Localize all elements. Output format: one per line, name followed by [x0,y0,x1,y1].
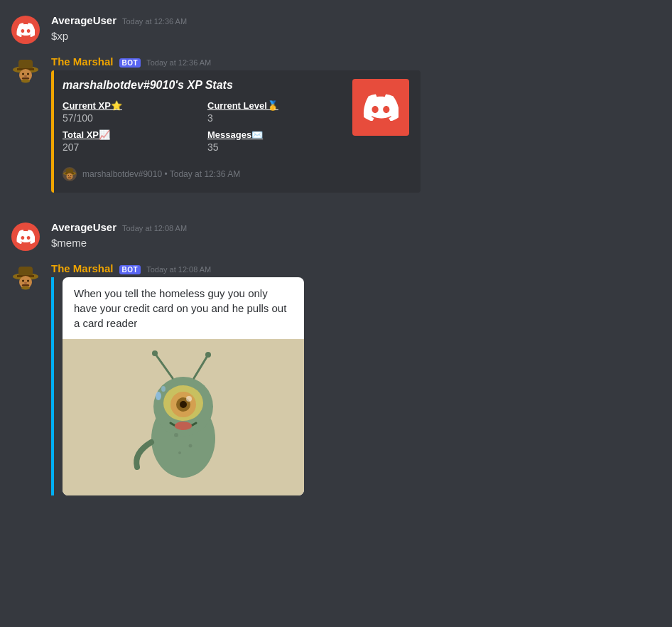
avatar [11,16,40,44]
message-content: AverageUser Today at 12:08 AM $meme [51,221,661,251]
embed-field: Current XP⭐ 57/100 [63,100,196,124]
embed-field-value: 57/100 [63,112,196,124]
svg-point-22 [27,280,29,282]
avatar [11,223,40,251]
embed-footer-timestamp: Today at 12:36 AM [170,169,240,179]
embed-footer-avatar-icon [63,167,77,181]
embed-field: Total XP📈 207 [63,129,196,153]
discord-icon [16,230,35,244]
svg-rect-24 [22,284,29,286]
embed-footer: marshalbotdev#9010 • Today at 12:36 AM [63,161,409,181]
message-header: AverageUser Today at 12:08 AM [51,221,661,233]
message-header: The Marshal BOT Today at 12:08 AM [51,262,661,274]
xp-embed: marshalbotdev#9010's XP Stats Current XP… [51,70,421,193]
message-group: AverageUser Today at 12:36 AM $xp [0,11,672,47]
username: AverageUser [51,14,116,26]
embed-field: Current Level🥇 3 [207,100,341,124]
marshal-avatar-icon [11,264,40,292]
embed-field-label: Current XP⭐ [63,100,196,111]
svg-point-42 [156,392,161,400]
embed-title: marshalbotdev#9010's XP Stats [63,79,341,92]
svg-point-37 [205,352,211,358]
embed-field-value: 35 [207,141,341,153]
marshal-avatar-icon [11,57,40,85]
message-header: AverageUser Today at 12:36 AM [51,14,661,26]
bot-badge: BOT [119,265,141,274]
embed-field-value: 3 [207,112,341,124]
avatar [11,57,40,85]
timestamp: Today at 12:08 AM [146,265,211,274]
embed-thumbnail [352,79,409,136]
svg-point-40 [189,444,193,448]
message-group: The Marshal BOT Today at 12:08 AM When y… [0,259,672,498]
svg-point-38 [175,422,192,430]
svg-point-25 [21,286,30,290]
svg-point-15 [69,176,70,177]
message-group: AverageUser Today at 12:08 AM $meme [0,218,672,254]
embed-field-value: 207 [63,141,196,153]
messages-container: AverageUser Today at 12:36 AM $xp [0,0,672,515]
svg-rect-1 [18,60,33,70]
svg-point-41 [178,451,181,454]
message-content: The Marshal BOT Today at 12:36 AM marsha… [51,55,661,193]
username-marshal: The Marshal [51,262,114,274]
embed-footer-username: marshalbotdev#9010 [82,169,162,179]
svg-point-39 [174,433,178,437]
svg-point-6 [24,75,27,77]
timestamp: Today at 12:08 AM [122,224,187,232]
username: AverageUser [51,221,116,233]
message-group: The Marshal BOT Today at 12:36 AM marsha… [0,53,672,195]
bot-badge: BOT [119,58,141,68]
embed-inner: marshalbotdev#9010's XP Stats Current XP… [63,79,409,153]
message-content: AverageUser Today at 12:36 AM $xp [51,14,661,44]
username-marshal: The Marshal [51,55,114,68]
meme-wrapper: When you tell the homeless guy you only … [51,277,661,495]
svg-rect-18 [18,267,33,277]
timestamp: Today at 12:36 AM [122,17,187,26]
embed-fields: Current XP⭐ 57/100 Current Level🥇 3 Tota… [63,100,341,153]
svg-rect-10 [66,168,73,173]
meme-card: When you tell the homeless guy you only … [63,277,304,495]
avatar [11,264,40,292]
meme-text: When you tell the homeless guy you only … [63,277,304,339]
embed-field-label: Current Level🥇 [207,100,341,111]
embed-footer-text: marshalbotdev#9010 • Today at 12:36 AM [82,169,240,179]
svg-point-23 [24,282,27,284]
discord-thumbnail-icon [363,94,399,121]
embed-field: Messages✉️ 35 [207,129,341,153]
svg-point-13 [68,175,70,176]
svg-point-5 [27,73,29,75]
svg-point-4 [22,73,24,75]
embed-body: marshalbotdev#9010's XP Stats Current XP… [63,79,341,153]
svg-point-21 [22,280,24,282]
svg-rect-7 [22,77,29,80]
message-header: The Marshal BOT Today at 12:36 AM [51,55,661,68]
embed-footer-separator: • [164,169,169,179]
message-content: The Marshal BOT Today at 12:08 AM When y… [51,262,661,495]
svg-point-35 [152,350,158,356]
plankton-illustration [112,346,254,488]
message-text: $xp [51,29,661,44]
timestamp: Today at 12:36 AM [146,58,211,67]
svg-point-33 [186,396,192,402]
discord-icon [16,23,35,37]
svg-point-8 [21,80,30,83]
embed-field-label: Messages✉️ [207,129,341,140]
embed-field-label: Total XP📈 [63,129,196,140]
svg-rect-16 [68,178,72,178]
svg-point-14 [70,175,72,176]
message-text: $meme [51,236,661,251]
svg-point-32 [180,401,187,408]
svg-point-43 [161,386,166,392]
meme-image [63,339,304,495]
